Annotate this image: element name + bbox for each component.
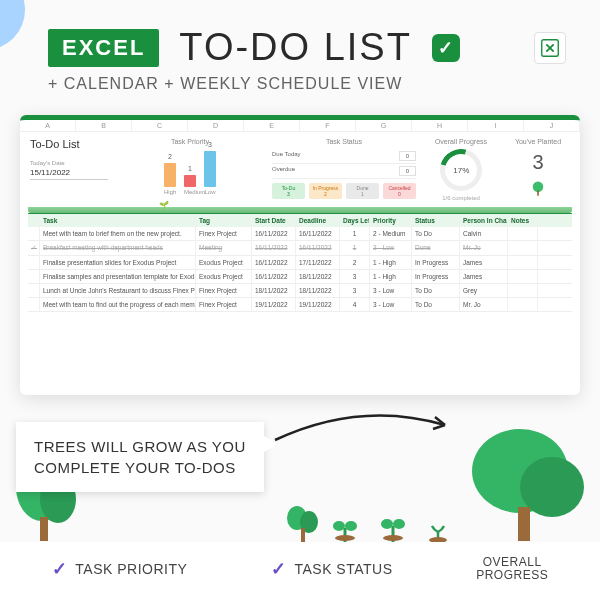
- check-icon: ✓: [271, 558, 287, 580]
- svg-rect-5: [40, 517, 48, 541]
- header: EXCEL TO-DO LIST ✓ + CALENDAR + WEEKLY S…: [0, 0, 600, 103]
- checkbox-icon[interactable]: [28, 227, 40, 240]
- progress-sub: 1/6 completed: [426, 195, 496, 201]
- today-date: 15/11/2022: [30, 166, 108, 180]
- svg-rect-18: [518, 507, 530, 541]
- tree-icon: [506, 180, 570, 201]
- priority-card-title: Task Priority: [118, 138, 262, 145]
- table-header[interactable]: Person In Charge: [460, 214, 508, 227]
- checkbox-icon[interactable]: [28, 298, 40, 311]
- checkbox-icon[interactable]: [28, 270, 40, 283]
- status-pill: Cancelled0: [383, 183, 416, 199]
- table-header[interactable]: Notes: [508, 214, 538, 227]
- svg-point-17: [520, 457, 584, 517]
- footer-item-progress: OVERALL PROGRESS: [476, 556, 548, 582]
- table-header[interactable]: Start Date: [252, 214, 296, 227]
- table-header[interactable]: Days Left: [340, 214, 370, 227]
- checkbox-icon[interactable]: ✓: [28, 241, 40, 255]
- status-card-title: Task Status: [272, 138, 416, 145]
- sheet-title: To-Do List: [30, 138, 108, 150]
- table-header[interactable]: Task: [40, 214, 196, 227]
- progress-title: Overall Progress: [426, 138, 496, 145]
- excel-app-icon: [534, 32, 566, 64]
- svg-point-7: [300, 511, 318, 533]
- grass-strip: 🌱: [28, 207, 572, 213]
- svg-point-1: [533, 182, 544, 193]
- table-row[interactable]: Meet with team to brief them on the new …: [28, 227, 572, 241]
- footer-item-priority: ✓ TASK PRIORITY: [52, 556, 188, 582]
- checkbox-icon[interactable]: [28, 256, 40, 269]
- arrow-icon: [270, 395, 460, 455]
- callout-box: TREES WILL GROW AS YOU COMPLETE YOUR TO-…: [16, 422, 264, 492]
- svg-point-9: [333, 521, 345, 531]
- task-table[interactable]: TaskTagStart DateDeadlineDays LeftPriori…: [28, 213, 572, 312]
- table-row[interactable]: Finalise samples and presentation templa…: [28, 270, 572, 284]
- status-pill: To-Do3: [272, 183, 305, 199]
- svg-point-16: [472, 429, 568, 513]
- planted-title: You've Planted: [506, 138, 570, 145]
- callout-line-1: TREES WILL GROW AS YOU: [34, 436, 246, 457]
- table-row[interactable]: Lunch at Uncle John's Restaurant to disc…: [28, 284, 572, 298]
- subtitle: + CALENDAR + WEEKLY SCHEDULE VIEW: [48, 75, 572, 93]
- column-headers: ABCDEFGHIJ: [20, 120, 580, 132]
- svg-point-13: [393, 519, 405, 529]
- callout-line-2: COMPLETE YOUR TO-DOS: [34, 457, 246, 478]
- check-icon: ✓: [52, 558, 68, 580]
- progress-ring: 17%: [432, 141, 489, 198]
- svg-rect-8: [301, 528, 305, 542]
- bar-medium: 1: [184, 175, 196, 187]
- spreadsheet-window[interactable]: ABCDEFGHIJ To-Do List Today's Date 15/11…: [20, 115, 580, 395]
- check-icon: ✓: [432, 34, 460, 62]
- table-row[interactable]: Meet with team to find out the progress …: [28, 298, 572, 312]
- table-header[interactable]: Tag: [196, 214, 252, 227]
- bar-high: 2: [164, 163, 176, 187]
- checkbox-icon[interactable]: [28, 284, 40, 297]
- status-row: Due Today0: [272, 149, 416, 164]
- table-header[interactable]: Priority: [370, 214, 412, 227]
- svg-rect-2: [537, 191, 539, 196]
- svg-point-10: [345, 521, 357, 531]
- svg-point-6: [287, 506, 307, 530]
- table-header[interactable]: [28, 214, 40, 227]
- table-row[interactable]: ✓ Breakfast meeting with department head…: [28, 241, 572, 256]
- status-pill: Done1: [346, 183, 379, 199]
- svg-point-11: [335, 535, 355, 541]
- footer: ✓ TASK PRIORITY ✓ TASK STATUS OVERALL PR…: [0, 542, 600, 600]
- table-row[interactable]: Finalise presentation slides for Exodus …: [28, 256, 572, 270]
- priority-bar-chart: 213: [118, 149, 262, 187]
- bar-low: 3: [204, 151, 216, 187]
- status-row: Overdue0: [272, 164, 416, 179]
- status-pill: In Progress2: [309, 183, 342, 199]
- footer-item-status: ✓ TASK STATUS: [271, 556, 393, 582]
- planted-count: 3: [506, 151, 570, 174]
- page-title: TO-DO LIST: [179, 26, 412, 69]
- svg-point-14: [383, 535, 403, 541]
- excel-badge: EXCEL: [48, 29, 159, 67]
- table-header[interactable]: Deadline: [296, 214, 340, 227]
- svg-point-12: [381, 519, 393, 529]
- table-header[interactable]: Status: [412, 214, 460, 227]
